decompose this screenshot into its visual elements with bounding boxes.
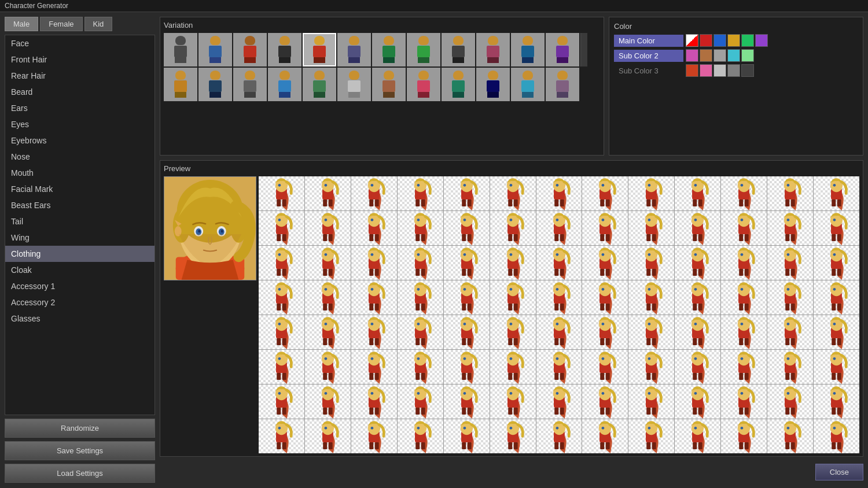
svg-rect-249 bbox=[606, 304, 610, 310]
variation-cell-1-10[interactable] bbox=[511, 68, 545, 101]
sidebar-item-beard[interactable]: Beard bbox=[5, 84, 155, 100]
svg-rect-183 bbox=[601, 269, 605, 276]
swatch-cyan[interactable] bbox=[727, 49, 740, 62]
swatch-red[interactable] bbox=[700, 34, 712, 47]
variation-cell-0-5[interactable] bbox=[337, 33, 371, 66]
swatch-orange-red[interactable] bbox=[686, 64, 698, 77]
sidebar-item-clothing[interactable]: Clothing bbox=[5, 246, 155, 262]
sub-color-3-label[interactable]: Sub Color 3 bbox=[614, 65, 683, 77]
svg-rect-248 bbox=[601, 304, 605, 310]
sub-color-2-label[interactable]: Sub Color 2 bbox=[614, 50, 683, 62]
swatch-very-dark[interactable] bbox=[741, 64, 754, 77]
svg-rect-144 bbox=[837, 234, 841, 241]
sprite-sheet bbox=[259, 176, 859, 453]
top-right-area: Variation bbox=[160, 17, 863, 156]
svg-rect-418 bbox=[369, 408, 373, 415]
svg-point-337 bbox=[833, 323, 836, 326]
load-settings-button[interactable]: Load Settings bbox=[5, 464, 155, 483]
sprite-cell bbox=[582, 350, 628, 384]
variation-cell-1-1[interactable] bbox=[198, 68, 232, 101]
svg-rect-294 bbox=[421, 338, 425, 345]
swatch-mint[interactable] bbox=[741, 49, 754, 62]
variation-cell-1-6[interactable] bbox=[372, 68, 406, 101]
svg-rect-153 bbox=[323, 269, 327, 276]
sidebar-item-accessory-1[interactable]: Accessory 1 bbox=[5, 278, 155, 294]
sidebar-item-glasses[interactable]: Glasses bbox=[5, 310, 155, 327]
svg-point-82 bbox=[278, 219, 281, 221]
variation-cell-0-10[interactable] bbox=[511, 33, 545, 66]
svg-point-132 bbox=[741, 219, 744, 221]
variation-cell-1-8[interactable] bbox=[442, 68, 475, 101]
swatch-blue[interactable] bbox=[713, 34, 726, 47]
variation-cell-1-5[interactable] bbox=[337, 68, 371, 101]
svg-point-452 bbox=[694, 392, 697, 395]
swatch-pink[interactable] bbox=[686, 49, 698, 62]
swatch-brown[interactable] bbox=[700, 49, 712, 62]
swatch-light-gray[interactable] bbox=[713, 64, 726, 77]
sidebar-item-cloak[interactable]: Cloak bbox=[5, 262, 155, 278]
variation-cell-0-7[interactable] bbox=[407, 33, 440, 66]
variation-cell-0-2[interactable] bbox=[233, 33, 267, 66]
variation-cell-1-4[interactable] bbox=[303, 68, 336, 101]
svg-rect-503 bbox=[554, 442, 558, 449]
swatch-gray[interactable] bbox=[713, 49, 726, 62]
variation-cell-0-6[interactable] bbox=[372, 33, 406, 66]
swatch-transparent[interactable] bbox=[686, 34, 698, 47]
svg-rect-514 bbox=[652, 442, 656, 449]
svg-rect-399 bbox=[791, 373, 795, 380]
variation-cell-1-3[interactable] bbox=[268, 68, 301, 101]
variation-cell-1-0[interactable] bbox=[164, 68, 197, 101]
variation-cell-0-9[interactable] bbox=[476, 33, 510, 66]
swatch-purple[interactable] bbox=[755, 34, 768, 47]
sidebar-item-nose[interactable]: Nose bbox=[5, 149, 155, 165]
randomize-button[interactable]: Randomize bbox=[5, 419, 155, 438]
sidebar-item-face[interactable]: Face bbox=[5, 35, 155, 51]
variation-cell-1-11[interactable] bbox=[546, 68, 579, 101]
swatch-green[interactable] bbox=[741, 34, 754, 47]
variation-scrollbar[interactable] bbox=[580, 33, 587, 66]
variation-cell-0-1[interactable] bbox=[198, 33, 232, 66]
variation-cell-0-11[interactable] bbox=[546, 33, 579, 66]
close-button[interactable]: Close bbox=[815, 464, 863, 480]
svg-point-122 bbox=[648, 219, 651, 221]
sidebar-item-eyebrows[interactable]: Eyebrows bbox=[5, 132, 155, 149]
variation-cell-1-2[interactable] bbox=[233, 68, 267, 101]
sidebar-item-tail[interactable]: Tail bbox=[5, 213, 155, 230]
variation-scroll[interactable] bbox=[164, 33, 600, 140]
variation-cell-0-4[interactable] bbox=[303, 33, 336, 66]
svg-rect-474 bbox=[282, 442, 286, 449]
svg-rect-378 bbox=[601, 373, 605, 380]
tab-female[interactable]: Female bbox=[40, 17, 82, 31]
variation-title: Variation bbox=[164, 21, 600, 29]
sprite-cell bbox=[259, 211, 304, 245]
sprite-cell bbox=[814, 315, 859, 349]
variation-cell-0-0[interactable] bbox=[164, 33, 197, 66]
sidebar-item-beast-ears[interactable]: Beast Ears bbox=[5, 197, 155, 213]
swatch-yellow[interactable] bbox=[727, 34, 740, 47]
variation-cell-1-7[interactable] bbox=[407, 68, 440, 101]
sidebar-item-eyes[interactable]: Eyes bbox=[5, 116, 155, 132]
swatch-dark-gray[interactable] bbox=[727, 64, 740, 77]
svg-rect-164 bbox=[421, 269, 425, 276]
sidebar-item-rear-hair[interactable]: Rear Hair bbox=[5, 68, 155, 84]
variation-cell-1-9[interactable] bbox=[476, 68, 510, 101]
sprite-cell bbox=[675, 280, 720, 315]
svg-point-142 bbox=[833, 219, 836, 221]
save-settings-button[interactable]: Save Settings bbox=[5, 441, 155, 460]
svg-point-42 bbox=[509, 184, 512, 187]
sidebar-item-mouth[interactable]: Mouth bbox=[5, 165, 155, 181]
sidebar-item-accessory-2[interactable]: Accessory 2 bbox=[5, 294, 155, 310]
swatch-hot-pink[interactable] bbox=[700, 64, 712, 77]
sprite-cell bbox=[398, 350, 443, 384]
sidebar-item-wing[interactable]: Wing bbox=[5, 230, 155, 246]
main-color-label[interactable]: Main Color bbox=[614, 35, 683, 47]
tab-male[interactable]: Male bbox=[5, 17, 38, 31]
sidebar-item-facial-mark[interactable]: Facial Mark bbox=[5, 181, 155, 197]
svg-rect-334 bbox=[791, 338, 795, 345]
svg-rect-78 bbox=[832, 199, 836, 206]
sidebar-item-ears[interactable]: Ears bbox=[5, 100, 155, 116]
sidebar-item-front-hair[interactable]: Front Hair bbox=[5, 51, 155, 68]
variation-cell-0-8[interactable] bbox=[442, 33, 475, 66]
tab-kid[interactable]: Kid bbox=[84, 17, 113, 31]
variation-cell-0-3[interactable] bbox=[268, 33, 301, 66]
